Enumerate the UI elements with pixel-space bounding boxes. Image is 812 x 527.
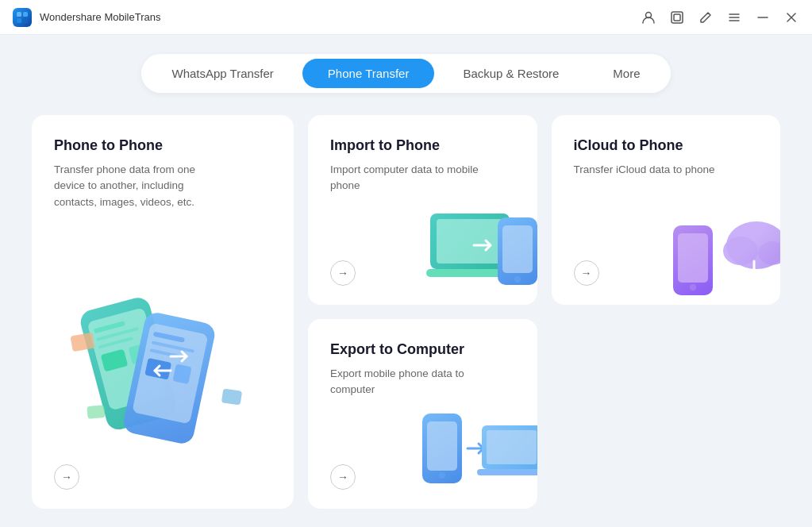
cards-grid: Phone to Phone Transfer phone data from …: [32, 115, 780, 509]
icloud-illustration: [669, 202, 772, 297]
svg-rect-6: [674, 14, 680, 21]
titlebar-left: Wondershare MobileTrans: [13, 8, 160, 27]
svg-point-46: [439, 472, 445, 479]
card-export-title: Export to Computer: [330, 341, 515, 358]
svg-rect-35: [502, 225, 533, 273]
phone-to-phone-illustration: [48, 271, 254, 461]
tab-phone[interactable]: Phone Transfer: [302, 59, 435, 88]
main-content: WhatsApp Transfer Phone Transfer Backup …: [0, 35, 812, 527]
import-illustration: [426, 202, 529, 297]
svg-rect-49: [477, 469, 537, 475]
svg-rect-38: [678, 233, 708, 283]
svg-rect-32: [437, 219, 503, 264]
card-export-desc: Export mobile phone data to computer: [330, 366, 489, 398]
svg-rect-3: [23, 18, 28, 23]
card-export-arrow[interactable]: →: [330, 464, 356, 490]
svg-rect-2: [17, 18, 21, 23]
card-export-to-computer[interactable]: Export to Computer Export mobile phone d…: [308, 319, 537, 509]
tab-whatsapp[interactable]: WhatsApp Transfer: [146, 59, 298, 88]
close-button[interactable]: [783, 10, 799, 25]
card-phone-to-phone-title: Phone to Phone: [54, 137, 271, 154]
svg-rect-5: [672, 12, 683, 23]
profile-button[interactable]: [641, 10, 656, 25]
card-import-arrow[interactable]: →: [330, 260, 356, 286]
card-import-desc: Import computer data to mobile phone: [330, 162, 489, 194]
export-illustration: [418, 406, 529, 501]
card-import-title: Import to Phone: [330, 137, 515, 154]
svg-rect-45: [427, 421, 457, 471]
svg-point-39: [690, 284, 696, 290]
titlebar: Wondershare MobileTrans: [0, 0, 812, 35]
card-icloud-title: iCloud to Phone: [574, 137, 759, 154]
tab-backup[interactable]: Backup & Restore: [437, 59, 584, 88]
card-icloud-to-phone[interactable]: iCloud to Phone Transfer iCloud data to …: [552, 115, 781, 305]
svg-rect-0: [17, 12, 21, 17]
menu-button[interactable]: [726, 10, 742, 25]
svg-rect-48: [487, 430, 537, 464]
card-phone-to-phone-desc: Transfer phone data from one device to a…: [54, 162, 213, 210]
svg-rect-1: [23, 12, 28, 17]
svg-rect-29: [221, 388, 242, 405]
edit-button[interactable]: [698, 10, 714, 25]
window-controls: [641, 10, 799, 25]
minimize-button[interactable]: [755, 10, 771, 25]
svg-point-36: [514, 276, 521, 283]
nav-tabs: WhatsApp Transfer Phone Transfer Backup …: [141, 54, 670, 93]
app-title: Wondershare MobileTrans: [40, 11, 160, 23]
card-phone-to-phone-arrow[interactable]: →: [54, 464, 79, 490]
app-icon: [13, 8, 32, 27]
card-icloud-arrow[interactable]: →: [574, 260, 599, 286]
card-icloud-desc: Transfer iCloud data to phone: [574, 162, 733, 178]
card-import-to-phone[interactable]: Import to Phone Import computer data to …: [308, 115, 537, 305]
svg-point-41: [723, 237, 758, 265]
window-icon-button[interactable]: [669, 10, 685, 25]
card-phone-to-phone[interactable]: Phone to Phone Transfer phone data from …: [32, 115, 294, 509]
svg-rect-30: [87, 405, 105, 419]
tab-more[interactable]: More: [587, 59, 665, 88]
